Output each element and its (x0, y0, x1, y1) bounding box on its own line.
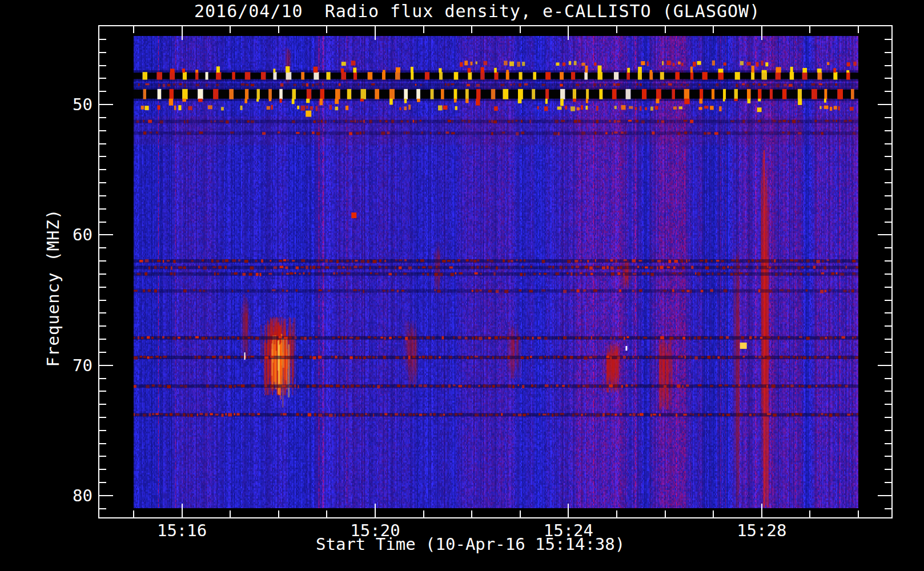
axis-tick (99, 208, 106, 210)
axis-tick (885, 91, 891, 92)
axis-tick (99, 65, 106, 66)
y-axis-tick-label: 50 (51, 95, 93, 114)
axis-tick (99, 130, 106, 131)
axis-tick (99, 378, 106, 379)
axis-tick (568, 504, 569, 517)
axis-tick (885, 352, 891, 353)
axis-tick (99, 169, 106, 170)
axis-tick (761, 26, 762, 40)
x-axis-tick-label: 15:16 (136, 521, 228, 540)
axis-tick (885, 482, 891, 483)
axis-tick (713, 26, 714, 33)
axis-tick (878, 365, 891, 366)
axis-tick (99, 182, 106, 183)
axis-tick (99, 469, 106, 470)
axis-tick (885, 325, 891, 327)
axis-tick (99, 391, 106, 392)
axis-tick (278, 26, 279, 33)
axis-tick (885, 182, 891, 183)
axis-tick (761, 504, 762, 517)
axis-tick (99, 260, 106, 262)
axis-tick (885, 404, 891, 405)
axis-tick (885, 169, 891, 170)
axis-tick (326, 26, 327, 33)
axis-tick (99, 247, 106, 248)
axis-tick (878, 234, 891, 235)
axis-tick (809, 510, 810, 517)
axis-tick (885, 39, 891, 40)
axis-tick (885, 274, 891, 275)
axis-tick (99, 325, 106, 327)
page-title: 2016/04/10 Radio flux density, e-CALLIST… (194, 1, 760, 21)
axis-tick (885, 247, 891, 248)
axis-tick (99, 430, 106, 431)
spectrogram-page: 2016/04/10 Radio flux density, e-CALLIST… (0, 0, 924, 571)
axis-tick (885, 339, 891, 340)
axis-tick (878, 104, 891, 105)
axis-tick (471, 26, 472, 33)
axis-tick (885, 469, 891, 470)
axis-tick (885, 143, 891, 144)
axis-tick (99, 443, 106, 444)
axis-tick (885, 117, 891, 118)
axis-tick (665, 26, 666, 33)
axis-tick (471, 510, 472, 517)
axis-tick (99, 456, 106, 457)
axis-tick (520, 26, 521, 33)
axis-tick (885, 260, 891, 262)
axis-tick (885, 222, 891, 223)
axis-tick (99, 495, 113, 496)
axis-tick (99, 52, 106, 53)
axis-tick (99, 234, 113, 235)
y-axis-title: Frequency (MHZ) (43, 209, 63, 367)
axis-tick (809, 26, 810, 33)
axis-tick (713, 510, 714, 517)
axis-tick (423, 26, 424, 33)
axis-tick (885, 508, 891, 509)
axis-tick (423, 510, 424, 517)
axis-tick (858, 26, 859, 33)
axis-tick (885, 65, 891, 66)
axis-tick (885, 130, 891, 131)
axis-tick (99, 222, 106, 223)
axis-tick (885, 312, 891, 313)
axis-tick (230, 510, 231, 517)
axis-tick (885, 208, 891, 210)
axis-tick (99, 482, 106, 483)
axis-tick (182, 504, 183, 517)
axis-tick (858, 510, 859, 517)
axis-tick (616, 26, 617, 33)
axis-tick (375, 504, 376, 517)
axis-tick (885, 156, 891, 157)
axis-tick (99, 508, 106, 509)
axis-tick (885, 417, 891, 418)
axis-tick (230, 26, 231, 33)
axis-tick (99, 78, 106, 79)
axis-tick (133, 26, 134, 33)
axis-tick (99, 339, 106, 340)
y-axis-tick-label: 80 (51, 486, 93, 505)
axis-tick (99, 117, 106, 118)
axis-tick (99, 104, 113, 105)
axis-tick (326, 510, 327, 517)
axis-tick (99, 417, 106, 418)
axis-tick (99, 287, 106, 288)
axis-tick (99, 312, 106, 313)
axis-tick (885, 78, 891, 79)
x-axis-tick-label: 15:28 (716, 521, 808, 540)
axis-tick (99, 404, 106, 405)
axis-tick (99, 39, 106, 40)
axis-tick (885, 300, 891, 301)
axis-tick (99, 300, 106, 301)
axis-tick (99, 274, 106, 275)
axis-tick (885, 195, 891, 196)
axis-tick (885, 456, 891, 457)
axis-tick (885, 52, 891, 53)
axis-tick (885, 443, 891, 444)
spectrogram-plot (134, 36, 858, 508)
axis-tick (568, 26, 569, 40)
x-axis-title: Start Time (10-Apr-16 15:14:38) (316, 534, 625, 554)
axis-tick (878, 495, 891, 496)
axis-tick (616, 510, 617, 517)
axis-tick (375, 26, 376, 40)
